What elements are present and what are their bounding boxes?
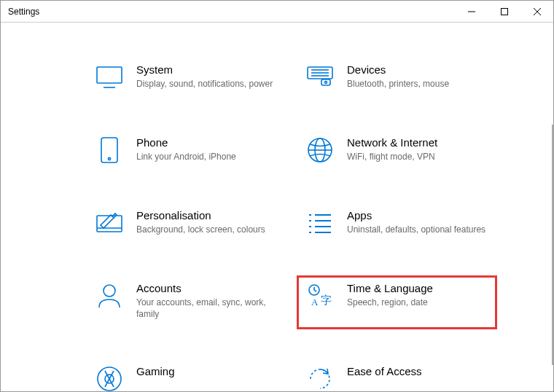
time-language-icon: A字 (306, 282, 334, 310)
svg-point-11 (325, 82, 327, 84)
svg-rect-12 (101, 138, 117, 162)
minimize-button[interactable] (455, 1, 488, 22)
tile-desc: Display, sound, notifications, power (136, 78, 273, 90)
settings-content: System Display, sound, notifications, po… (1, 23, 553, 391)
svg-line-30 (314, 290, 316, 291)
svg-point-27 (104, 285, 115, 297)
settings-grid: System Display, sound, notifications, po… (88, 59, 495, 391)
tile-title: Time & Language (347, 282, 433, 294)
tile-network[interactable]: Network & Internet WiFi, flight mode, VP… (299, 132, 495, 171)
maximize-button[interactable] (488, 1, 520, 22)
maximize-icon (501, 8, 508, 15)
titlebar[interactable]: Settings (1, 1, 553, 23)
svg-rect-4 (97, 67, 122, 83)
tile-accounts[interactable]: Accounts Your accounts, email, sync, wor… (88, 278, 284, 327)
devices-icon (306, 63, 334, 91)
apps-list-icon (306, 209, 334, 237)
tile-title: Ease of Access (347, 365, 422, 377)
window-title: Settings (8, 7, 39, 17)
paint-icon (95, 209, 123, 237)
gaming-icon (95, 365, 123, 391)
tile-time-language[interactable]: A字 Time & Language Speech, region, date (299, 278, 495, 327)
scrollbar[interactable] (552, 125, 553, 365)
svg-text:A: A (311, 297, 319, 307)
tile-title: Personalisation (136, 209, 265, 222)
minimize-icon (468, 8, 475, 15)
tile-title: Accounts (136, 282, 277, 294)
svg-text:字: 字 (321, 294, 332, 306)
tile-apps[interactable]: Apps Uninstall, defaults, optional featu… (299, 205, 495, 244)
tile-personalisation[interactable]: Personalisation Background, lock screen,… (88, 205, 284, 244)
tile-title: Apps (347, 209, 485, 222)
svg-rect-1 (501, 8, 507, 15)
tile-phone[interactable]: Phone Link your Android, iPhone (88, 132, 284, 171)
person-icon (95, 282, 123, 310)
window-controls (455, 1, 553, 22)
tile-title: Network & Internet (347, 136, 437, 149)
svg-rect-10 (321, 79, 330, 85)
svg-rect-17 (97, 216, 122, 232)
globe-icon (306, 136, 334, 164)
tile-desc: Uninstall, defaults, optional features (347, 224, 485, 235)
tile-desc: WiFi, flight mode, VPN (347, 151, 437, 162)
tile-title: Devices (347, 63, 449, 76)
tile-desc: Link your Android, iPhone (136, 151, 236, 162)
tile-devices[interactable]: Devices Bluetooth, printers, mouse (299, 59, 495, 98)
tile-ease-of-access[interactable]: Ease of Access (299, 361, 495, 391)
tile-title: Gaming (136, 365, 175, 377)
system-icon (95, 63, 123, 91)
tile-desc: Speech, region, date (347, 297, 433, 308)
tile-gaming[interactable]: Gaming (88, 361, 284, 391)
tile-desc: Bluetooth, printers, mouse (347, 78, 449, 90)
tile-title: System (136, 63, 273, 76)
tile-desc: Background, lock screen, colours (136, 224, 265, 235)
tile-desc: Your accounts, email, sync, work, family (136, 297, 277, 320)
ease-of-access-icon (306, 365, 334, 391)
tile-title: Phone (136, 136, 236, 149)
tile-system[interactable]: System Display, sound, notifications, po… (88, 59, 284, 98)
close-button[interactable] (520, 1, 553, 22)
close-icon (534, 8, 541, 15)
svg-point-13 (108, 157, 110, 160)
phone-icon (95, 136, 123, 164)
